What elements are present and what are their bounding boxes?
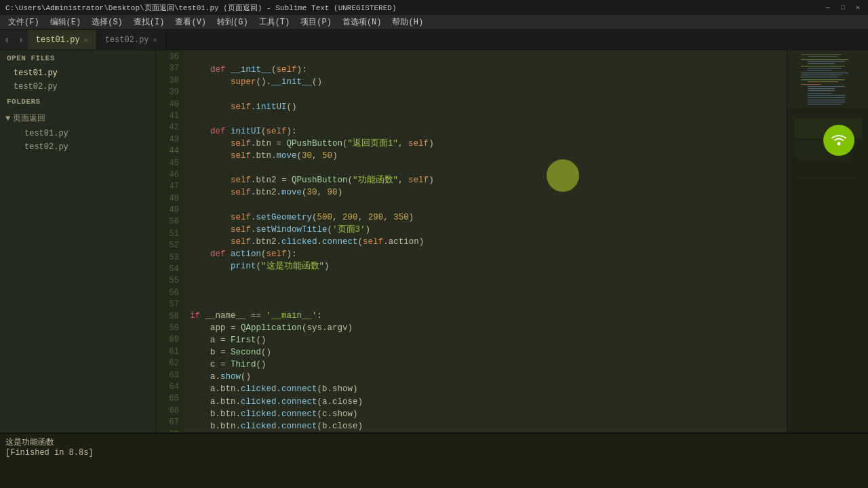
sidebar-open-file-2[interactable]: test02.py	[0, 80, 155, 94]
title-bar: C:\Users\Administrator\Desktop\页面返回\test…	[0, 0, 868, 15]
folder-arrow-icon: ▼	[5, 114, 10, 123]
line-numbers: 3637383940 4142434445 4647484950 5152535…	[156, 50, 184, 432]
title-bar-controls: — □ ✕	[823, 3, 863, 12]
tab-bar: ‹ › test01.py ✕ test02.py ✕	[0, 30, 868, 50]
sidebar-folder-root[interactable]: ▼ 页面返回	[0, 110, 155, 127]
menu-view[interactable]: 查看(V)	[170, 15, 212, 29]
console-output-line2: [Finished in 8.8s]	[5, 448, 863, 458]
tab-test01-close[interactable]: ✕	[84, 36, 88, 44]
svg-point-0	[837, 142, 841, 146]
code-container: 3637383940 4142434445 4647484950 5152535…	[156, 50, 868, 432]
wifi-circle	[823, 125, 854, 156]
open-files-header: OPEN FILES	[0, 50, 155, 66]
minimap	[787, 50, 868, 432]
sidebar-folder-name: 页面返回	[13, 113, 45, 124]
menu-edit[interactable]: 编辑(E)	[45, 15, 87, 29]
sidebar: OPEN FILES test01.py test02.py FOLDERS ▼…	[0, 50, 156, 432]
tab-test02-label: test02.py	[105, 35, 149, 45]
menu-project[interactable]: 项目(P)	[295, 15, 337, 29]
minimize-button[interactable]: —	[823, 3, 833, 12]
tab-test02-close[interactable]: ✕	[153, 36, 157, 44]
tab-test01[interactable]: test01.py ✕	[28, 30, 97, 49]
svg-rect-28	[794, 162, 859, 176]
tab-nav-next[interactable]: ›	[14, 30, 27, 49]
tab-test01-label: test01.py	[36, 35, 80, 45]
close-button[interactable]: ✕	[853, 3, 863, 12]
tab-test02[interactable]: test02.py ✕	[97, 30, 166, 49]
main-layout: OPEN FILES test01.py test02.py FOLDERS ▼…	[0, 50, 868, 432]
menu-find[interactable]: 查找(I)	[128, 15, 170, 29]
menu-help[interactable]: 帮助(H)	[387, 15, 429, 29]
console-output-line1: 这是功能函数	[5, 436, 863, 448]
menu-bar: 文件(F) 编辑(E) 选择(S) 查找(I) 查看(V) 转到(G) 工具(T…	[0, 15, 868, 30]
console-area: 这是功能函数 [Finished in 8.8s]	[0, 432, 868, 488]
sidebar-folder-file-2[interactable]: test02.py	[0, 140, 155, 154]
svg-rect-25	[787, 50, 868, 108]
sidebar-folder-file-1[interactable]: test01.py	[0, 127, 155, 140]
sidebar-open-file-1[interactable]: test01.py	[0, 66, 155, 80]
menu-file[interactable]: 文件(F)	[3, 15, 45, 29]
menu-preferences[interactable]: 首选项(N)	[337, 15, 387, 29]
editor-area[interactable]: 3637383940 4142434445 4647484950 5152535…	[156, 50, 868, 432]
menu-tools[interactable]: 工具(T)	[254, 15, 296, 29]
menu-goto[interactable]: 转到(G)	[212, 15, 254, 29]
tab-nav-prev[interactable]: ‹	[0, 30, 14, 49]
title-bar-title: C:\Users\Administrator\Desktop\页面返回\test…	[5, 3, 396, 13]
menu-select[interactable]: 选择(S)	[86, 15, 128, 29]
code-content[interactable]: def __init__(self): super().__init__() s…	[184, 50, 787, 432]
folders-header: FOLDERS	[0, 94, 155, 110]
maximize-button[interactable]: □	[838, 3, 848, 12]
